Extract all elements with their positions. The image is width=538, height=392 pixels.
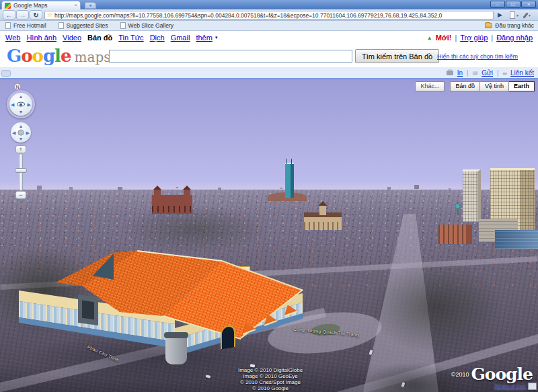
zoom-slider-handle[interactable] — [15, 168, 27, 173]
view-more-button[interactable]: Khác... — [415, 81, 445, 91]
new-feature-icon: ▲ — [427, 35, 432, 41]
reload-button[interactable]: ↻ — [30, 10, 42, 19]
search-options-link[interactable]: Hiển thị các tuỳ chọn tìm kiếm — [437, 53, 518, 60]
view-satellite-button[interactable]: Vệ tinh — [480, 81, 509, 91]
bookmark-item[interactable]: Web Slice Gallery — [120, 22, 174, 29]
close-button[interactable]: × — [521, 1, 536, 8]
windows — [304, 222, 342, 230]
account-links: ▲ Mới! | Trợ giúp | Đăng nhập — [427, 34, 533, 42]
nav-images[interactable]: Hình ảnh — [26, 34, 56, 42]
print-link[interactable]: In — [457, 69, 463, 77]
print-icon — [447, 71, 453, 75]
bookmark-label: Suggested Sites — [67, 22, 108, 29]
logo-letter: l — [54, 46, 61, 66]
bookmark-item[interactable]: Suggested Sites — [59, 22, 108, 29]
nav-news[interactable]: Tin Tức — [118, 34, 143, 42]
chevron-down-icon: ▼ — [516, 13, 519, 17]
tower — [184, 190, 190, 199]
look-control[interactable]: ▲ ▼ ◀ ▶ — [9, 93, 32, 116]
search-button[interactable]: Tìm kiếm trên Bản đồ — [355, 49, 439, 63]
nav-video[interactable]: Video — [63, 34, 81, 42]
view-button-group: Bản đồ Vệ tinh Earth — [450, 81, 535, 91]
tree-patch — [369, 260, 503, 354]
maximize-button[interactable]: □ — [506, 1, 521, 8]
send-link[interactable]: Gửi — [482, 69, 493, 77]
look-down-arrow[interactable]: ▼ — [19, 110, 24, 114]
pan-left-arrow[interactable]: ◀ — [12, 130, 15, 135]
logo-product: maps — [75, 49, 111, 65]
watermark-brand: Google — [471, 364, 533, 384]
nav-translate[interactable]: Dịch — [150, 34, 165, 42]
ben-thanh-market-model — [19, 247, 308, 379]
terms-of-use-link[interactable]: Terms of Use — [494, 383, 526, 389]
page-icon — [59, 22, 64, 29]
forward-button[interactable]: → — [16, 10, 29, 19]
logo-letter: g — [43, 46, 54, 66]
pan-down-arrow[interactable]: ▼ — [19, 136, 24, 141]
red-brick-building — [152, 195, 192, 214]
view-map-button[interactable]: Bản đồ — [450, 81, 480, 91]
page-menu-button[interactable]: ▼ — [510, 11, 522, 19]
look-up-arrow[interactable]: ▲ — [19, 94, 24, 99]
map-3d-view[interactable]: Công trường Quách Thị Trang Phan Chu Tri… — [0, 79, 538, 392]
bookmark-star-icon[interactable]: ☆ — [47, 12, 52, 18]
tab-close-icon[interactable]: × — [74, 3, 77, 8]
chevron-down-icon: ▼ — [215, 36, 219, 40]
browser-tab[interactable]: Google Maps × — [1, 1, 81, 9]
link-link[interactable]: Liên kết — [510, 69, 534, 77]
zoom-out-button[interactable]: − — [15, 191, 26, 199]
minimize-button[interactable]: – — [490, 1, 505, 8]
credit-line: © 2010 Google — [217, 385, 324, 391]
map-search-input[interactable] — [109, 50, 352, 63]
pan-right-arrow[interactable]: ▶ — [26, 130, 30, 135]
credit-line: © 2010 Cnes/Spot Image — [217, 379, 324, 385]
water-tower — [455, 203, 461, 209]
separator: | — [467, 69, 469, 77]
browser-toolbar: ← → ↻ ☆ ▶ ▼ ▼ — [0, 9, 538, 21]
other-bookmarks-button[interactable]: Đầu trang khác — [485, 22, 534, 29]
share-actions: In | ✉ Gửi | ∞ Liên kết — [447, 69, 534, 77]
new-tab-button[interactable]: + — [85, 2, 96, 9]
glass-building — [495, 230, 538, 249]
wrench-menu-button[interactable]: ▼ — [525, 11, 537, 19]
compass-north-badge[interactable]: N — [14, 83, 21, 90]
pan-up-arrow[interactable]: ▲ — [19, 124, 24, 128]
nav-maps-active: Bản đồ — [87, 34, 112, 42]
back-button[interactable]: ← — [3, 10, 15, 19]
go-button[interactable]: ▶ — [498, 11, 502, 18]
zoom-in-button[interactable]: + — [15, 145, 26, 153]
window-titlebar: Google Maps × + – □ × — [0, 0, 538, 9]
tower-cap — [318, 201, 328, 206]
bookmark-label: Free Hotmail — [13, 22, 46, 29]
nav-gmail[interactable]: Gmail — [171, 34, 190, 42]
email-icon: ✉ — [473, 70, 478, 77]
colonial-building — [304, 212, 342, 230]
address-bar[interactable]: ☆ — [44, 11, 494, 19]
bookmark-item[interactable]: Free Hotmail — [5, 22, 46, 29]
other-bookmarks-label: Đầu trang khác — [495, 22, 534, 29]
credit-line: Image © 2010 DigitalGlobe — [217, 367, 324, 373]
view-earth-button[interactable]: Earth — [509, 81, 535, 91]
bookmark-label: Web Slice Gallery — [128, 22, 174, 29]
nav-web[interactable]: Web — [5, 34, 20, 42]
look-right-arrow[interactable]: ▶ — [28, 102, 31, 107]
google-maps-logo[interactable]: Googlemaps — [7, 46, 111, 66]
market-entrance — [221, 324, 235, 349]
pan-control[interactable]: ▲ ▼ ◀ ▶ — [11, 122, 31, 143]
new-badge[interactable]: Mới! — [436, 34, 452, 42]
credit-line: Image © 2010 GeoEye — [217, 373, 324, 379]
highrise-building — [463, 169, 481, 222]
windows — [152, 206, 192, 212]
separator: | — [491, 34, 493, 42]
sign-in-link[interactable]: Đăng nhập — [496, 34, 533, 42]
help-link[interactable]: Trợ giúp — [460, 34, 488, 42]
scale-toggle-icon[interactable] — [528, 383, 537, 390]
separator: | — [497, 69, 499, 77]
nav-more[interactable]: thêm — [196, 34, 212, 42]
hand-icon — [18, 130, 24, 136]
url-input[interactable] — [54, 11, 491, 19]
tab-favicon — [5, 3, 11, 9]
panel-collapse-button[interactable] — [1, 70, 11, 77]
eye-icon — [17, 102, 25, 107]
look-left-arrow[interactable]: ◀ — [11, 102, 14, 107]
